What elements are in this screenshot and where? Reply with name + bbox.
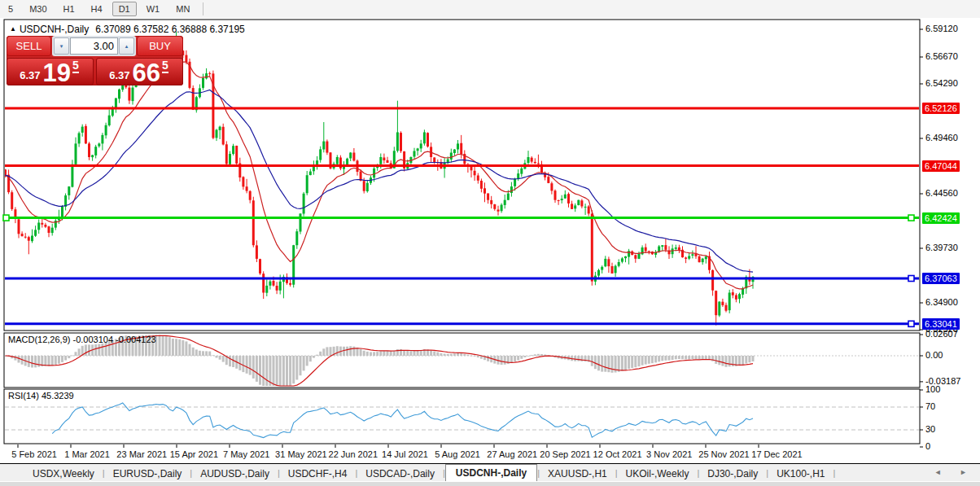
buy-price-frac: 5 bbox=[162, 59, 168, 73]
chart-window: ▲USDCNH-,Daily6.37089 6.37582 6.36888 6.… bbox=[0, 18, 980, 463]
price-line-label: 6.52126 bbox=[922, 103, 960, 114]
sell-price-big: 19 bbox=[43, 62, 71, 84]
buy-price-small: 6.37 bbox=[109, 69, 129, 81]
rsi-axis-tick: 30 bbox=[925, 424, 935, 434]
volume-increase-button[interactable]: ▲ bbox=[119, 37, 134, 55]
volume-spinner: ▼ ▲ bbox=[52, 36, 136, 56]
date-axis-label: 12 Oct 2021 bbox=[593, 449, 642, 459]
rsi-indicator-label: RSI(14) 45.3239 bbox=[8, 391, 74, 401]
date-axis-label: 17 Dec 2021 bbox=[751, 449, 802, 459]
buy-price-big: 66 bbox=[133, 62, 160, 84]
rsi-axis-tick: 100 bbox=[925, 384, 940, 394]
status-strip bbox=[0, 481, 980, 486]
timeframe-button-h4[interactable]: H4 bbox=[85, 2, 109, 16]
chart-tab-usdx-weekly[interactable]: USDX,Weekly bbox=[24, 466, 103, 482]
price-axis-tick: 6.54290 bbox=[925, 78, 958, 88]
chart-title: ▲USDCNH-,Daily6.37089 6.37582 6.36888 6.… bbox=[10, 24, 245, 35]
price-axis-tick: 6.39730 bbox=[925, 243, 958, 252]
chart-tab-usdcnh-daily[interactable]: USDCNH-,Daily bbox=[445, 464, 537, 482]
date-axis-label: 20 Sep 2021 bbox=[540, 449, 590, 459]
price-axis-tick: 6.49460 bbox=[925, 133, 958, 142]
sell-price-small: 6.37 bbox=[20, 69, 40, 81]
chart-tab-usdchf-h4[interactable]: USDCHF-,H4 bbox=[280, 466, 356, 482]
volume-input[interactable] bbox=[70, 37, 118, 55]
macd-indicator-label: MACD(12,26,9) -0.003104 -0.004123 bbox=[8, 335, 156, 344]
date-axis-label: 22 Jun 2021 bbox=[329, 449, 378, 459]
rsi-axis-tick: 70 bbox=[925, 401, 935, 411]
sell-price-frac: 5 bbox=[72, 59, 79, 73]
price-line-label: 6.47044 bbox=[922, 160, 960, 172]
price-line-label: 6.33041 bbox=[922, 318, 960, 330]
timeframe-button-5[interactable]: 5 bbox=[2, 2, 20, 16]
sell-price-box[interactable]: 6.37195 bbox=[7, 58, 94, 85]
trade-panel: SELL ▼ ▲ BUY 6.37195 6.37665 bbox=[7, 36, 183, 85]
timeframe-button-h1[interactable]: H1 bbox=[57, 2, 81, 16]
timeframe-button-mn[interactable]: MN bbox=[169, 2, 196, 16]
volume-decrease-button[interactable]: ▼ bbox=[54, 37, 69, 55]
chart-tab-bar: USDX,Weekly|EURUSD-,Daily|AUDUSD-,Daily|… bbox=[0, 463, 980, 482]
date-axis-label: 23 Mar 2021 bbox=[116, 449, 167, 459]
chart-tab-eurusd-daily[interactable]: EURUSD-,Daily bbox=[105, 466, 190, 482]
timeframe-button-m30[interactable]: M30 bbox=[23, 2, 53, 16]
chart-tab-ukoil-weekly[interactable]: UKOil-,Weekly bbox=[618, 466, 698, 482]
buy-price-box[interactable]: 6.37665 bbox=[96, 58, 183, 85]
collapse-arrow-icon[interactable]: ▲ bbox=[10, 25, 16, 33]
date-axis-label: 3 Nov 2021 bbox=[646, 449, 692, 459]
chart-ohlc-values: 6.37089 6.37582 6.36888 6.37195 bbox=[95, 24, 245, 35]
buy-button[interactable]: BUY bbox=[137, 36, 183, 56]
toolbar-separator bbox=[203, 2, 203, 15]
chart-tab-uk100-h1[interactable]: UK100-,H1 bbox=[768, 466, 833, 482]
rsi-axis-tick: 0 bbox=[925, 441, 930, 451]
chart-tab-audusd-daily[interactable]: AUDUSD-,Daily bbox=[192, 466, 278, 482]
chart-tab-dj30-daily[interactable]: DJ30-,Daily bbox=[699, 466, 766, 482]
price-axis-tick: 6.44560 bbox=[925, 188, 958, 198]
date-axis-label: 7 May 2021 bbox=[223, 449, 269, 459]
chart-symbol-label: USDCNH-,Daily bbox=[20, 24, 89, 35]
date-axis-label: 5 Feb 2021 bbox=[11, 449, 57, 459]
date-axis-label: 1 Mar 2021 bbox=[64, 449, 110, 459]
triangle-down-icon: ▼ bbox=[59, 44, 64, 49]
macd-axis-tick: 0.02607 bbox=[925, 329, 958, 339]
date-axis-label: 25 Nov 2021 bbox=[698, 449, 749, 459]
date-axis-label: 15 Apr 2021 bbox=[170, 449, 218, 459]
price-axis-tick: 6.59120 bbox=[925, 24, 958, 33]
date-axis-label: 14 Jul 2021 bbox=[382, 449, 428, 459]
timeframe-button-w1[interactable]: W1 bbox=[140, 2, 167, 16]
date-axis-label: 31 May 2021 bbox=[275, 449, 327, 459]
date-axis-label: 5 Aug 2021 bbox=[435, 449, 480, 459]
price-line-label: 6.42424 bbox=[922, 212, 960, 224]
price-line-label: 6.37063 bbox=[922, 273, 960, 284]
triangle-up-icon: ▲ bbox=[125, 44, 129, 49]
mt4-terminal-window: 5M30H1H4D1W1MN ▲USDCNH-,Daily6.37089 6.3… bbox=[0, 0, 980, 486]
date-axis-label: 27 Aug 2021 bbox=[487, 449, 537, 459]
timeframe-button-d1[interactable]: D1 bbox=[112, 2, 137, 16]
price-axis-tick: 6.56670 bbox=[925, 51, 958, 61]
sell-button[interactable]: SELL bbox=[7, 36, 51, 56]
tab-scroll-arrows[interactable]: ◄ ► bbox=[934, 468, 975, 476]
macd-axis-tick: 0.00 bbox=[925, 350, 943, 360]
tab-separator: | bbox=[833, 468, 836, 478]
chart-tab-xauusd-h1[interactable]: XAUUSD-,H1 bbox=[540, 466, 615, 482]
price-axis-tick: 6.34900 bbox=[925, 297, 958, 307]
timeframe-toolbar: 5M30H1H4D1W1MN bbox=[0, 0, 980, 18]
chart-tab-usdcad-daily[interactable]: USDCAD-,Daily bbox=[357, 466, 443, 482]
